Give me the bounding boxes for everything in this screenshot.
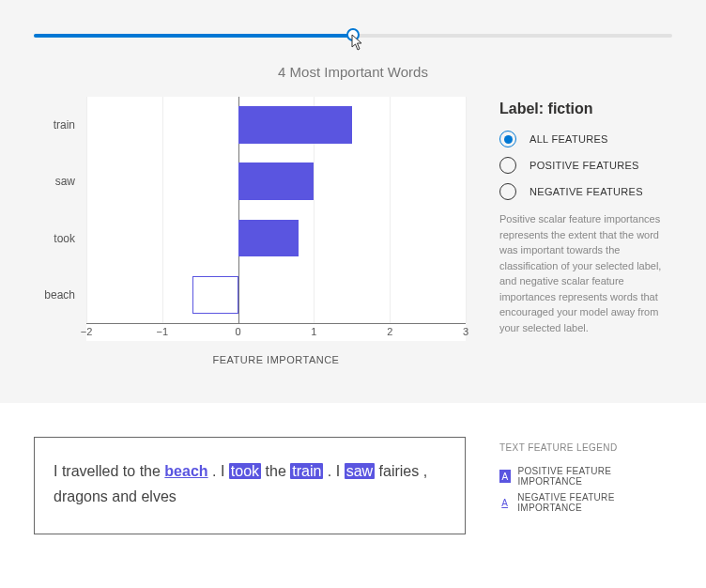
radio-option[interactable]: NEGATIVE FEATURES (499, 183, 672, 200)
radio-option[interactable]: ALL FEATURES (499, 131, 672, 147)
sentence-box: I travelled to the beach . I took the tr… (34, 437, 466, 534)
y-tick-label: took (54, 232, 86, 245)
plot-area: trainsawtookbeach (86, 97, 466, 324)
y-tick-label: beach (44, 288, 86, 302)
legend-swatch-negative: A (499, 496, 510, 509)
token-positive[interactable]: saw (345, 463, 375, 479)
chart-title: 4 Most Important Words (34, 64, 672, 80)
x-ticks: −2−10123 (86, 326, 466, 341)
token: travelled (62, 463, 118, 479)
feature-filter-radios: ALL FEATURESPOSITIVE FEATURESNEGATIVE FE… (499, 131, 672, 200)
bottom-panel: I travelled to the beach . I took the tr… (0, 403, 706, 568)
token: elves (141, 488, 176, 504)
token: to (123, 463, 135, 479)
x-tick-label: 2 (387, 326, 392, 337)
top-panel: 4 Most Important Words trainsawtookbeach… (0, 0, 706, 403)
bar[interactable] (238, 162, 315, 200)
token: fairies (379, 463, 420, 479)
token: . (328, 463, 331, 479)
x-tick-label: 1 (311, 326, 316, 337)
legend-positive: A POSITIVE FEATURE IMPORTANCE (499, 466, 672, 487)
slider-fill (34, 34, 353, 38)
token: I (54, 463, 57, 479)
bar-row: saw (86, 153, 466, 209)
legend-label-negative: NEGATIVE FEATURE IMPORTANCE (517, 492, 672, 513)
side-description: Positive scalar feature importances repr… (499, 211, 672, 335)
radio-label: ALL FEATURES (530, 133, 608, 145)
radio-option[interactable]: POSITIVE FEATURES (499, 157, 672, 174)
y-tick-label: saw (55, 175, 86, 188)
x-tick-label: −2 (81, 326, 93, 337)
legend-swatch-positive: A (499, 470, 511, 483)
side-panel: Label: fiction ALL FEATURESPOSITIVE FEAT… (499, 97, 672, 335)
token: , (423, 463, 427, 479)
token: I (336, 463, 340, 479)
bar-chart: trainsawtookbeach −2−10123 (86, 97, 466, 341)
radio-label: NEGATIVE FEATURES (530, 186, 643, 197)
bar-row: beach (86, 267, 466, 323)
gridline (466, 97, 467, 323)
word-count-slider[interactable] (34, 26, 672, 45)
x-tick-label: 0 (236, 326, 241, 337)
token: and (112, 488, 137, 504)
token-negative[interactable]: beach (164, 463, 207, 479)
label-title: Label: fiction (499, 101, 672, 117)
token: the (266, 463, 286, 479)
cursor-icon (351, 34, 366, 54)
bar-row: train (86, 97, 466, 153)
token: dragons (54, 488, 108, 504)
radio-icon[interactable] (499, 157, 516, 174)
legend-negative: A NEGATIVE FEATURE IMPORTANCE (499, 492, 672, 513)
x-tick-label: 3 (463, 326, 468, 337)
main-row: trainsawtookbeach −2−10123 FEATURE IMPOR… (34, 97, 672, 365)
radio-icon[interactable] (499, 131, 516, 147)
legend-title: TEXT FEATURE LEGEND (499, 442, 672, 453)
x-axis-label: FEATURE IMPORTANCE (86, 354, 466, 365)
radio-icon[interactable] (499, 183, 516, 200)
y-tick-label: train (54, 118, 86, 132)
bar-row: took (86, 210, 466, 267)
token: I (221, 463, 224, 479)
x-tick-label: −1 (157, 326, 169, 337)
token: the (140, 463, 161, 479)
token-positive[interactable]: took (229, 463, 261, 479)
chart-column: trainsawtookbeach −2−10123 FEATURE IMPOR… (34, 97, 466, 365)
radio-label: POSITIVE FEATURES (530, 160, 639, 171)
bar[interactable] (238, 106, 352, 144)
bar[interactable] (192, 276, 238, 314)
legend-label-positive: POSITIVE FEATURE IMPORTANCE (518, 466, 672, 487)
token-positive[interactable]: train (290, 463, 323, 479)
token: . (212, 463, 216, 479)
legend-column: TEXT FEATURE LEGEND A POSITIVE FEATURE I… (499, 437, 672, 518)
bar[interactable] (238, 220, 299, 257)
